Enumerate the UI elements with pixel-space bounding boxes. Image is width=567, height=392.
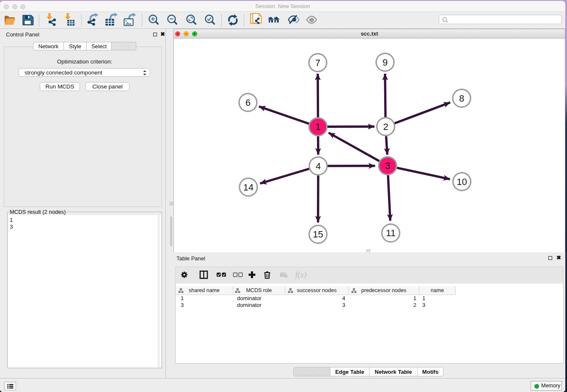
svg-text:1: 1 (315, 121, 320, 132)
svg-text:14: 14 (243, 182, 253, 193)
svg-text:4: 4 (316, 161, 321, 171)
svg-text:15: 15 (313, 229, 323, 240)
svg-text:f(x): f(x) (295, 271, 306, 279)
svg-text:11: 11 (386, 228, 396, 238)
svg-text:7: 7 (315, 58, 320, 68)
svg-text:10: 10 (457, 177, 467, 187)
svg-text:9: 9 (383, 57, 388, 68)
svg-text:8: 8 (459, 93, 464, 104)
svg-text:3: 3 (385, 160, 390, 171)
svg-text:6: 6 (245, 97, 250, 108)
svg-text:2: 2 (383, 121, 388, 132)
